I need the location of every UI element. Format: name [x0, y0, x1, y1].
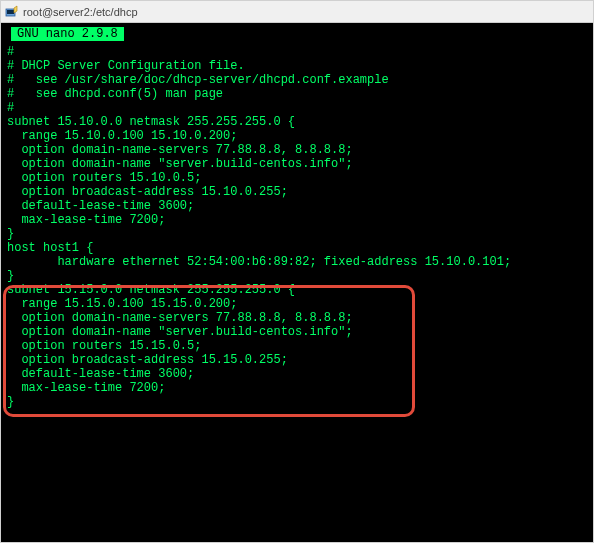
config-line[interactable]: range 15.15.0.100 15.15.0.200; — [1, 297, 593, 311]
titlebar[interactable]: root@server2:/etc/dhcp — [1, 1, 593, 23]
config-line[interactable]: hardware ethernet 52:54:00:b6:89:82; fix… — [1, 255, 593, 269]
config-line[interactable]: option domain-name "server.build-centos.… — [1, 325, 593, 339]
config-line[interactable]: option domain-name-servers 77.88.8.8, 8.… — [1, 143, 593, 157]
config-line[interactable]: option domain-name "server.build-centos.… — [1, 157, 593, 171]
config-line[interactable]: } — [1, 395, 593, 409]
config-line[interactable]: default-lease-time 3600; — [1, 367, 593, 381]
config-line[interactable]: option routers 15.15.0.5; — [1, 339, 593, 353]
config-line[interactable]: option domain-name-servers 77.88.8.8, 8.… — [1, 311, 593, 325]
config-line[interactable]: # — [1, 45, 593, 59]
config-line[interactable]: range 15.10.0.100 15.10.0.200; — [1, 129, 593, 143]
config-line[interactable]: host host1 { — [1, 241, 593, 255]
config-line[interactable]: max-lease-time 7200; — [1, 213, 593, 227]
terminal[interactable]: GNU nano 2.9.8 # # DHCP Server Configura… — [1, 23, 593, 542]
config-line[interactable]: max-lease-time 7200; — [1, 381, 593, 395]
config-line[interactable]: } — [1, 269, 593, 283]
config-line[interactable]: subnet 15.15.0.0 netmask 255.255.255.0 { — [1, 283, 593, 297]
config-line[interactable]: default-lease-time 3600; — [1, 199, 593, 213]
config-line[interactable]: option broadcast-address 15.10.0.255; — [1, 185, 593, 199]
config-line[interactable]: # — [1, 101, 593, 115]
config-line[interactable]: # see dhcpd.conf(5) man page — [1, 87, 593, 101]
app-window: root@server2:/etc/dhcp GNU nano 2.9.8 # … — [0, 0, 594, 543]
putty-icon — [5, 5, 19, 19]
config-line[interactable]: subnet 15.10.0.0 netmask 255.255.255.0 { — [1, 115, 593, 129]
config-line[interactable]: } — [1, 227, 593, 241]
svg-rect-1 — [7, 10, 14, 14]
window-title: root@server2:/etc/dhcp — [23, 6, 138, 18]
config-line[interactable]: # DHCP Server Configuration file. — [1, 59, 593, 73]
nano-header: GNU nano 2.9.8 — [11, 27, 124, 41]
config-line[interactable]: # see /usr/share/doc/dhcp-server/dhcpd.c… — [1, 73, 593, 87]
config-line[interactable]: option broadcast-address 15.15.0.255; — [1, 353, 593, 367]
config-line[interactable]: option routers 15.10.0.5; — [1, 171, 593, 185]
